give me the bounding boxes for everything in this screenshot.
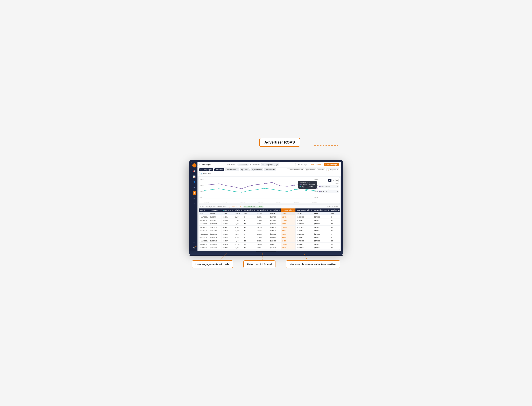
data-table: Date ⇅ Amount S... ⇅ Avg. CPC ⇅ Clicks ⇅… <box>199 209 340 250</box>
include-archived-toggle[interactable]: ☐ Include Archived <box>287 168 304 171</box>
sidebar-icon-settings[interactable]: ⚙ <box>193 241 196 244</box>
callout-roas: Return on Ad Spend <box>243 261 275 268</box>
table-row: Total$52.1k$0.40131.2k4170.32%$124.8136%… <box>199 212 340 215</box>
performance-badge: Performance ⟳ 2 - 4 hours <box>243 206 264 208</box>
filter-by-date[interactable]: By Date ▾ <box>214 168 224 171</box>
chart-area: 300% 200% 100% 0% $0.50 $0.40 $0.30 $0.2… <box>198 177 340 204</box>
svg-point-21 <box>317 190 317 192</box>
hide-chart-button[interactable]: 📉 Hide Chart <box>199 172 212 175</box>
edit-campaign-link[interactable]: ✎ Edit Campaign <box>200 206 212 207</box>
dwm-w-button[interactable]: W <box>332 179 335 182</box>
table-row: 04/10/2021$1,924.19$0.3874,969160.32%$12… <box>199 239 340 242</box>
table-row: 04/11/2021$1,822.18$0.3724,89870.14%$260… <box>199 236 340 239</box>
table-row: 04/09/2021$2,199.50$0.4185,264220.42%$99… <box>199 242 340 246</box>
table-row: 04/12/2021$1,697.59$0.3844,42670.16%$242… <box>199 232 340 236</box>
filter-bar: By Campaign ▾ By Date ▾ By Publisher ▾ <box>197 167 341 176</box>
chart-right-panel: D W M Daily ROAS (Click) ▾ vs <box>318 179 339 193</box>
campaign-label: CAMPAIGN: <box>250 164 260 165</box>
hide-chart-icon: 📉 <box>200 173 203 175</box>
th-conv-av[interactable]: Conversions Av... ⇅ <box>313 209 330 212</box>
vs-label: vs <box>318 188 339 190</box>
th-clicks[interactable]: Clicks ⇅ <box>234 209 243 212</box>
account-select[interactable]: ▾ <box>237 164 249 166</box>
sidebar-icon-mail[interactable]: ✉ <box>193 186 196 189</box>
svg-point-8 <box>233 186 235 187</box>
th-amount[interactable]: Amount S... ⇅ <box>209 209 222 212</box>
filter-by-platform[interactable]: By Platform ▾ <box>251 168 263 171</box>
th-date[interactable]: Date ⇅ <box>199 209 209 212</box>
table-row: 04/13/2021$1,990.60$0.4134,820100.21%$19… <box>199 229 340 232</box>
th-roas[interactable]: ROAS (Cli... ⇅ <box>281 209 296 212</box>
laptop-frame: SY 📢 📊 👤 ✉ 🏷 ⚗ ✏ ⚙ 🔌 <box>189 160 343 256</box>
campaign-select[interactable]: All Campaigns (32) ▾ <box>261 163 279 166</box>
svg-point-7 <box>218 183 219 184</box>
sidebar-icon-megaphone[interactable]: 📢 <box>193 169 196 173</box>
breadcrumb-arrows: » <box>199 164 200 166</box>
table-row: 04/16/2021$1,289.51$0.3683,503100.29%$12… <box>199 218 340 222</box>
sidebar-icon-pencil[interactable]: ✏ <box>193 202 196 206</box>
svg-point-20 <box>294 189 295 190</box>
th-conv2[interactable]: Conversio... ⇅ <box>256 209 269 212</box>
callout-user-engagements: User engagements with ads <box>192 261 233 268</box>
th-conv1[interactable]: Conversio... ⇅ <box>243 209 256 212</box>
columns-icon: ⊞ <box>306 169 308 171</box>
table-row: 04/15/2021$1,587.05$0.3954,022120.30%$13… <box>199 222 340 225</box>
svg-point-18 <box>264 188 265 188</box>
svg-point-24 <box>305 190 307 191</box>
callout-measured-value: Measured business value to advertiser <box>286 261 340 268</box>
th-avg-cpc[interactable]: Avg. CPC ⇅ <box>222 209 234 212</box>
avatar[interactable]: SY <box>192 163 196 167</box>
filter-by-interest[interactable]: By Interest ▾ <box>264 168 276 171</box>
chart-tooltip: Sat. Apr 17, 2021 ROAS (Click) 124% Avg.… <box>298 181 317 189</box>
svg-point-10 <box>264 183 265 184</box>
top-bar: » Campaigns ACCOUNT: ▾ CAMPAIGN: <box>197 162 341 167</box>
th-conv-val[interactable]: Conversions Val... ⇅ <box>296 209 313 212</box>
account-label: ACCOUNT: <box>227 164 236 165</box>
table-row: 04/17/2021$1,097.54$0.3812,87980.28%$137… <box>199 215 340 218</box>
sidebar-icon-tag[interactable]: 🏷 <box>193 191 196 195</box>
edit-icon: ✎ <box>200 206 201 207</box>
complete-date-value: April 18, 2021 <box>232 206 242 207</box>
table-meta: ✎ Edit Campaign Last complete date: ⏰ Ap… <box>199 205 340 209</box>
last-complete-label: Last complete date: <box>214 206 227 207</box>
filter-by-publisher[interactable]: By Publisher ▾ <box>225 168 239 171</box>
svg-point-6 <box>204 185 204 186</box>
table-row: 04/14/2021$1,439.13$0.403,602110.31%$130… <box>199 225 340 229</box>
last-30-days-button[interactable]: Last 30 Days <box>295 163 308 166</box>
svg-point-14 <box>204 190 204 191</box>
sidebar-icon-flask[interactable]: ⚗ <box>193 197 196 200</box>
breadcrumb: » Campaigns <box>199 164 211 166</box>
reports-button[interactable]: 📋 Reports ▾ <box>326 168 339 171</box>
sidebar-icon-users[interactable]: 👤 <box>193 181 196 184</box>
legend-cpc[interactable]: Avg. CPC ▾ <box>318 190 339 193</box>
table-row: 04/07/2021$1,551.96$0.4263,64090.25%$172… <box>199 249 340 250</box>
svg-point-15 <box>218 188 219 189</box>
svg-point-9 <box>249 185 250 186</box>
th-total-conv[interactable]: Total Conversio... ⇅ <box>330 209 340 212</box>
dwm-d-button[interactable]: D <box>328 179 331 182</box>
daily-label: Daily <box>318 182 339 184</box>
sidebar-icon-plug[interactable]: 🔌 <box>193 246 196 249</box>
svg-point-11 <box>279 185 280 186</box>
table-row: 04/08/2021$1,900.39$0.4364,355120.28%$15… <box>199 246 340 249</box>
add-content-button[interactable]: Add Content <box>310 163 322 166</box>
columns-button[interactable]: ⊞ Columns <box>305 168 316 171</box>
svg-point-19 <box>279 190 280 191</box>
dwm-m-button[interactable]: M <box>336 179 339 182</box>
filter-by-geo[interactable]: By Geo ▾ <box>240 168 249 171</box>
advertiser-roas-label: Advertiser ROAS <box>259 138 300 147</box>
chart-y-labels-left: 300% 200% 100% 0% <box>200 179 204 198</box>
chart-x-labels: 03/19/21 03/24/21 03/29/21 04/03/21 04/0… <box>204 201 317 203</box>
legend-roas[interactable]: ROAS (Click) ▾ <box>318 185 339 188</box>
top-connector-svg <box>300 145 343 159</box>
th-cpa[interactable]: CPA (Click) ⇅ <box>269 209 281 212</box>
sidebar-icon-chart[interactable]: 📊 <box>193 175 196 178</box>
svg-point-13 <box>317 188 317 189</box>
reports-icon: 📋 <box>328 169 329 171</box>
filter-by-campaign[interactable]: By Campaign ▾ <box>199 168 213 171</box>
filter-button[interactable]: ▽ Filter <box>317 168 325 171</box>
sidebar: SY 📢 📊 👤 ✉ 🏷 ⚗ ✏ ⚙ 🔌 <box>191 162 197 251</box>
checkbox-icon: ☐ <box>288 169 289 171</box>
add-campaign-button[interactable]: Add Campaign <box>324 163 339 166</box>
total-rows-label: Total of: 30 Rows <box>326 206 338 207</box>
